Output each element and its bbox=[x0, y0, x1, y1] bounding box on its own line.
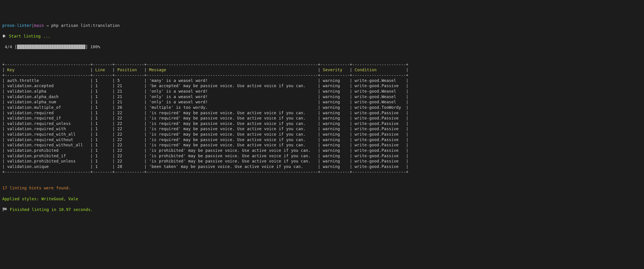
table-cell: write-good.Passive bbox=[354, 137, 404, 142]
table-cell: validation.required_with bbox=[7, 127, 88, 131]
table-cell: validation.alpha_num bbox=[7, 100, 88, 104]
table-cell: 1 bbox=[95, 111, 110, 115]
table-cell: validation.accepted bbox=[7, 83, 88, 88]
table-cell: write-good.Passive bbox=[354, 121, 404, 126]
table-cell: 1 bbox=[95, 94, 110, 99]
table-cell: 22 bbox=[117, 121, 142, 126]
table-cell: 1 bbox=[95, 100, 110, 104]
table-cell: validation.prohibited_if bbox=[7, 154, 88, 158]
table-row: | validation.required_unless | 1 | 22 | … bbox=[2, 121, 642, 127]
table-cell: write-good.Passive bbox=[354, 164, 404, 169]
table-cell: 22 bbox=[117, 116, 142, 120]
table-cell: 1 bbox=[95, 105, 110, 110]
table-row: | validation.unique | 1 | 28 | 'been tak… bbox=[2, 164, 642, 170]
table-cell: 'is required' may be passive voice. Use … bbox=[149, 111, 316, 115]
start-linting-text: Start linting ... bbox=[9, 34, 50, 38]
table-separator: +-----------------------------------+---… bbox=[2, 62, 642, 67]
table-cell: 'many' is a weasel word! bbox=[149, 78, 316, 83]
table-cell: write-good.Passive bbox=[354, 127, 404, 131]
table-cell: validation.required_if bbox=[7, 116, 88, 120]
progress-total: 4 bbox=[10, 45, 12, 49]
table-cell: 1 bbox=[95, 89, 110, 93]
table-cell: validation.required_without_all bbox=[7, 143, 88, 147]
table-cell: write-good.Weasel bbox=[354, 94, 404, 99]
prompt-project: prose-linter bbox=[2, 23, 32, 28]
table-cell: 22 bbox=[117, 111, 142, 115]
table-cell: 'is prohibited' may be passive voice. Us… bbox=[149, 148, 316, 153]
table-cell: warning bbox=[323, 127, 347, 131]
table-cell: 1 bbox=[95, 148, 110, 153]
table-cell: 1 bbox=[95, 137, 110, 142]
table-cell: 21 bbox=[117, 89, 142, 93]
table-cell: 1 bbox=[95, 159, 110, 163]
table-header-cell: Key bbox=[7, 68, 88, 72]
table-cell: 21 bbox=[117, 94, 142, 99]
table-cell: 'been taken' may be passive voice. Use a… bbox=[149, 164, 316, 169]
table-cell: 'is required' may be passive voice. Use … bbox=[149, 143, 316, 147]
summary-finished-text: Finished linting in 10.97 seconds. bbox=[10, 207, 93, 212]
table-row: | validation.multiple_of | 1 | 26 | 'mul… bbox=[2, 105, 642, 110]
table-cell: 21 bbox=[117, 83, 142, 88]
table-cell: write-good.Weasel bbox=[354, 100, 404, 104]
table-cell: 1 bbox=[95, 116, 110, 120]
table-cell: write-good.Passive bbox=[354, 159, 404, 163]
table-cell: write-good.Passive bbox=[354, 132, 404, 137]
prompt-line[interactable]: prose-linter|main ⇒ php artisan lint:tra… bbox=[2, 23, 642, 28]
table-cell: 'is required' may be passive voice. Use … bbox=[149, 116, 316, 120]
progress-bar: ▓▓▓▓▓▓▓▓▓▓▓▓▓▓▓▓▓▓▓▓▓▓▓▓▓▓▓▓ bbox=[17, 45, 86, 49]
table-cell: warning bbox=[323, 164, 347, 169]
table-cell: validation.required_without bbox=[7, 137, 88, 142]
table-cell: warning bbox=[323, 154, 347, 158]
table-cell: 'is required' may be passive voice. Use … bbox=[149, 127, 316, 131]
table-cell: write-good.Passive bbox=[354, 116, 404, 120]
table-cell: write-good.Passive bbox=[354, 148, 404, 153]
table-cell: 'is required' may be passive voice. Use … bbox=[149, 121, 316, 126]
prompt-arrow-icon: ⇒ bbox=[46, 23, 49, 28]
progress-line: 4/4 [▓▓▓▓▓▓▓▓▓▓▓▓▓▓▓▓▓▓▓▓▓▓▓▓▓▓▓▓] 100% bbox=[2, 44, 642, 50]
table-header-cell: Line bbox=[95, 68, 110, 72]
table-row: | validation.required_without | 1 | 22 |… bbox=[2, 137, 642, 143]
table-cell: warning bbox=[323, 111, 347, 115]
table-separator: +-----------------------------------+---… bbox=[2, 169, 642, 175]
table-cell: validation.alpha_dash bbox=[7, 94, 88, 99]
table-row: | validation.alpha_num | 1 | 21 | 'only'… bbox=[2, 99, 642, 105]
table-row: | validation.required_if | 1 | 22 | 'is … bbox=[2, 116, 642, 121]
table-row: | validation.prohibited | 1 | 22 | 'is p… bbox=[2, 148, 642, 153]
table-cell: validation.required_with_all bbox=[7, 132, 88, 137]
table-header-cell: Severity bbox=[323, 68, 347, 72]
table-cell: warning bbox=[323, 143, 347, 147]
speaking-head-icon: 🗣 bbox=[2, 34, 6, 38]
table-cell: 22 bbox=[117, 132, 142, 137]
table-cell: 'only' is a weasel word! bbox=[149, 89, 316, 93]
table-row: | auth.throttle | 1 | 5 | 'many' is a we… bbox=[2, 78, 642, 83]
table-cell: write-good.Passive bbox=[354, 154, 404, 158]
table-cell: 'is required' may be passive voice. Use … bbox=[149, 137, 316, 142]
table-cell: 'is prohibited' may be passive voice. Us… bbox=[149, 154, 316, 158]
table-cell: warning bbox=[323, 100, 347, 104]
table-cell: 'only' is a weasel word! bbox=[149, 94, 316, 99]
table-cell: write-good.Weasel bbox=[354, 89, 404, 93]
summary-finished: 🏁 Finished linting in 10.97 seconds. bbox=[2, 207, 642, 213]
table-cell: 1 bbox=[95, 78, 110, 83]
table-cell: write-good.Passive bbox=[354, 111, 404, 115]
table-cell: 1 bbox=[95, 83, 110, 88]
summary-hints: 17 linting hints were found. bbox=[2, 186, 642, 191]
table-cell: 22 bbox=[117, 159, 142, 163]
prompt-command: php artisan lint:translation bbox=[51, 23, 120, 28]
table-separator: +-----------------------------------+---… bbox=[2, 73, 642, 78]
table-row: | validation.accepted | 1 | 21 | 'be acc… bbox=[2, 83, 642, 89]
table-cell: 1 bbox=[95, 127, 110, 131]
progress-current: 4 bbox=[5, 45, 7, 49]
table-cell: 1 bbox=[95, 164, 110, 169]
table-cell: 1 bbox=[95, 143, 110, 147]
table-header-row: | Key | Line | Position | Message | Seve… bbox=[2, 67, 642, 73]
table-cell: 1 bbox=[95, 154, 110, 158]
progress-percent: 100% bbox=[90, 45, 100, 49]
table-cell: 'only' is a weasel word! bbox=[149, 100, 316, 104]
table-row: | validation.required_with_all | 1 | 22 … bbox=[2, 132, 642, 137]
table-cell: validation.prohibited bbox=[7, 148, 88, 153]
start-line: 🗣 Start linting ... bbox=[2, 34, 642, 39]
table-row: | validation.alpha_dash | 1 | 21 | 'only… bbox=[2, 94, 642, 100]
table-cell: 5 bbox=[117, 78, 142, 83]
table-cell: auth.throttle bbox=[7, 78, 88, 83]
